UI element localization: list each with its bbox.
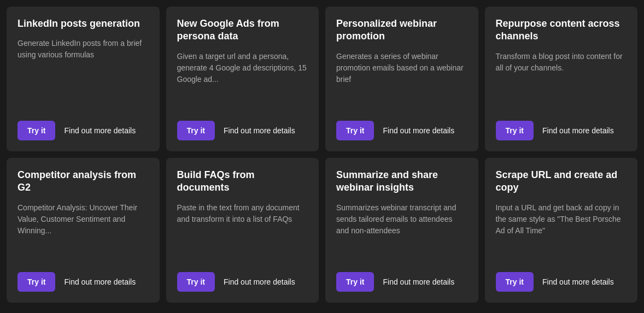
find-out-more-link[interactable]: Find out more details (224, 126, 295, 135)
find-out-more-link[interactable]: Find out more details (224, 277, 295, 286)
card-title: Scrape URL and create ad copy (496, 169, 627, 194)
card-repurpose-content: Repurpose content across channels Transf… (485, 7, 638, 151)
try-it-button[interactable]: Try it (496, 272, 534, 292)
try-it-button[interactable]: Try it (177, 272, 215, 292)
find-out-more-link[interactable]: Find out more details (542, 126, 614, 135)
card-content: Repurpose content across channels Transf… (496, 17, 627, 108)
card-description: Input a URL and get back ad copy in the … (496, 202, 627, 237)
card-description: Transform a blog post into content for a… (496, 51, 627, 74)
card-competitor-analysis: Competitor analysis from G2 Competitor A… (7, 158, 160, 303)
card-title: Build FAQs from documents (177, 169, 308, 194)
try-it-button[interactable]: Try it (336, 272, 374, 292)
card-title: New Google Ads from persona data (177, 17, 308, 43)
card-description: Competitor Analysis: Uncover Their Value… (17, 202, 149, 237)
try-it-button[interactable]: Try it (336, 121, 374, 140)
card-content: Build FAQs from documents Paste in the t… (177, 169, 308, 259)
card-actions: Try it Find out more details (17, 272, 149, 292)
card-actions: Try it Find out more details (177, 121, 308, 140)
try-it-button[interactable]: Try it (17, 121, 55, 140)
card-google-ads: New Google Ads from persona data Given a… (166, 7, 319, 151)
card-actions: Try it Find out more details (496, 121, 627, 140)
find-out-more-link[interactable]: Find out more details (64, 126, 136, 135)
find-out-more-link[interactable]: Find out more details (542, 277, 614, 286)
card-content: New Google Ads from persona data Given a… (177, 17, 308, 108)
try-it-button[interactable]: Try it (496, 121, 534, 140)
try-it-button[interactable]: Try it (177, 121, 215, 140)
find-out-more-link[interactable]: Find out more details (383, 126, 454, 135)
card-description: Given a target url and a persona, genera… (177, 51, 308, 85)
find-out-more-link[interactable]: Find out more details (64, 277, 136, 286)
card-actions: Try it Find out more details (177, 272, 308, 292)
try-it-button[interactable]: Try it (17, 272, 55, 292)
card-content: Scrape URL and create ad copy Input a UR… (496, 169, 627, 259)
card-title: Personalized webinar promotion (336, 17, 467, 43)
card-content: Personalized webinar promotion Generates… (336, 17, 467, 108)
card-build-faqs: Build FAQs from documents Paste in the t… (166, 158, 319, 303)
card-content: LinkedIn posts generation Generate Linke… (17, 17, 149, 108)
card-description: Generate LinkedIn posts from a brief usi… (17, 38, 149, 61)
card-content: Competitor analysis from G2 Competitor A… (17, 169, 149, 259)
cards-grid: LinkedIn posts generation Generate Linke… (7, 7, 637, 303)
card-scrape-url: Scrape URL and create ad copy Input a UR… (485, 158, 638, 303)
card-actions: Try it Find out more details (17, 121, 149, 140)
card-title: Competitor analysis from G2 (17, 169, 149, 194)
card-description: Generates a series of webinar promotion … (336, 51, 467, 85)
card-content: Summarize and share webinar insights Sum… (336, 169, 467, 259)
card-title: Summarize and share webinar insights (336, 169, 467, 194)
card-webinar-promotion: Personalized webinar promotion Generates… (325, 7, 478, 151)
find-out-more-link[interactable]: Find out more details (383, 277, 454, 286)
card-title: Repurpose content across channels (496, 17, 627, 43)
card-title: LinkedIn posts generation (17, 17, 149, 30)
card-actions: Try it Find out more details (336, 121, 467, 140)
card-description: Paste in the text from any document and … (177, 202, 308, 225)
card-description: Summarizes webinar transcript and sends … (336, 202, 467, 237)
card-actions: Try it Find out more details (496, 272, 627, 292)
card-actions: Try it Find out more details (336, 272, 467, 292)
card-linkedin-posts: LinkedIn posts generation Generate Linke… (7, 7, 160, 151)
card-summarize-webinar: Summarize and share webinar insights Sum… (325, 158, 478, 303)
